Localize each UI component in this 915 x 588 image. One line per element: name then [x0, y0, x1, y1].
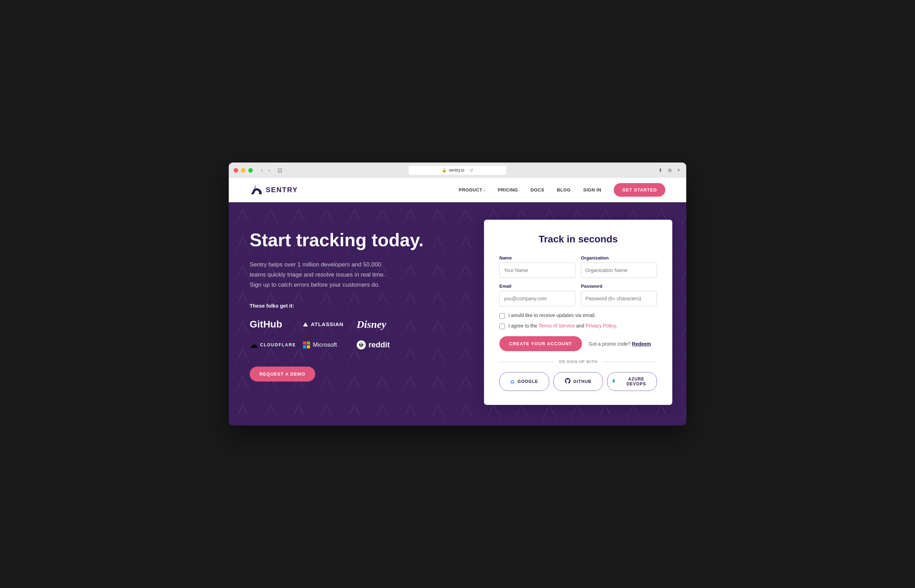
form-row-email-password: Email Password — [499, 284, 657, 306]
back-button[interactable]: ‹ — [259, 166, 265, 174]
get-started-button[interactable]: GET STARTED — [614, 183, 665, 197]
password-input[interactable] — [581, 291, 657, 306]
email-input[interactable] — [499, 291, 575, 306]
form-group-org: Organization — [581, 255, 657, 278]
azure-signin-button[interactable]: AZURE DEVOPS — [607, 372, 657, 391]
divider-line-left — [499, 362, 554, 362]
terms-link[interactable]: Terms of Service — [538, 323, 574, 328]
google-icon: G — [510, 379, 515, 384]
atlassian-triangle-icon — [303, 322, 308, 326]
hero-left: Start tracking today. Sentry helps over … — [229, 202, 470, 425]
org-label: Organization — [581, 255, 657, 260]
form-row-name-org: Name Organization — [499, 255, 657, 278]
form-title: Track in seconds — [499, 234, 657, 245]
reddit-icon: 👽 — [357, 340, 366, 349]
updates-checkbox-row[interactable]: I would like to receive updates via emai… — [499, 312, 657, 319]
refresh-icon[interactable]: ↺ — [470, 168, 473, 173]
logos-grid: GitHub ATLASSIAN Disney ☁ CLOUDFLARE — [250, 318, 410, 350]
atlassian-logo: ATLASSIAN — [303, 318, 357, 330]
divider-text: OR SIGN UP WITH — [559, 360, 598, 364]
forward-button[interactable]: › — [266, 166, 272, 174]
org-input[interactable] — [581, 263, 657, 278]
updates-label: I would like to receive updates via emai… — [508, 312, 596, 318]
updates-checkbox[interactable] — [499, 313, 505, 319]
nav-signin[interactable]: SIGN IN — [583, 187, 602, 192]
redeem-link[interactable]: Redeem — [632, 341, 651, 347]
microsoft-grid-icon — [303, 341, 310, 348]
divider: OR SIGN UP WITH — [499, 360, 657, 364]
privacy-link[interactable]: Privacy Policy — [586, 323, 616, 328]
nav-docs[interactable]: DOCS — [530, 187, 544, 192]
form-group-name: Name — [499, 255, 575, 278]
terms-checkbox-row: I agree to the Terms of Service and Priv… — [499, 323, 657, 329]
hero-logos-label: These folks get it: — [250, 303, 449, 309]
request-demo-button[interactable]: REQUEST A DEMO — [250, 367, 315, 381]
email-label: Email — [499, 284, 575, 289]
sidebar-toggle-button[interactable]: ⊡ — [278, 167, 282, 174]
nav-blog[interactable]: BLOG — [557, 187, 571, 192]
azure-icon — [611, 378, 616, 385]
form-group-password: Password — [581, 284, 657, 306]
social-buttons: G GOOGLE GITHUB — [499, 372, 657, 391]
share-button[interactable]: ⬆ — [657, 166, 663, 174]
microsoft-logo: Microsoft — [303, 340, 357, 350]
chevron-right-icon: › — [484, 188, 486, 192]
logo-link[interactable]: SENTRY — [250, 184, 298, 196]
url-text: sentry.io — [449, 168, 464, 173]
github-logo: GitHub — [250, 318, 303, 330]
github-signin-button[interactable]: GITHUB — [554, 372, 603, 391]
browser-window: ‹ › ⊡ 🔒 sentry.io ↺ ⬆ ⧉ + SENTRY PRODUCT… — [229, 163, 686, 425]
terms-text: I agree to the Terms of Service and Priv… — [508, 323, 617, 328]
address-bar[interactable]: 🔒 sentry.io ↺ — [409, 166, 506, 175]
maximize-window-button[interactable] — [248, 168, 253, 173]
form-actions: CREATE YOUR ACCOUNT Got a promo code? Re… — [499, 336, 657, 351]
name-label: Name — [499, 255, 575, 260]
github-icon — [565, 378, 570, 385]
browser-nav: ‹ › — [259, 166, 272, 174]
create-account-button[interactable]: CREATE YOUR ACCOUNT — [499, 336, 582, 351]
nav-product[interactable]: PRODUCT › — [459, 187, 486, 192]
minimize-window-button[interactable] — [241, 168, 245, 173]
hero-headline: Start tracking today. — [250, 230, 449, 250]
hero-section: Start tracking today. Sentry helps over … — [229, 202, 686, 425]
logo-text: SENTRY — [266, 186, 298, 194]
hero-right: Track in seconds Name Organization Email — [470, 202, 686, 425]
google-signin-button[interactable]: G GOOGLE — [499, 372, 549, 391]
lock-icon: 🔒 — [442, 168, 447, 173]
disney-logo: Disney — [357, 318, 410, 330]
nav-pricing[interactable]: PRICING — [498, 187, 518, 192]
reddit-logo: 👽 reddit — [357, 340, 410, 350]
nav-links: PRODUCT › PRICING DOCS BLOG SIGN IN GET … — [459, 183, 665, 197]
close-window-button[interactable] — [234, 168, 238, 173]
cloudflare-cloud-icon: ☁ — [250, 340, 258, 350]
titlebar: ‹ › ⊡ 🔒 sentry.io ↺ ⬆ ⧉ + — [229, 163, 686, 178]
name-input[interactable] — [499, 263, 575, 278]
hero-subtext: Sentry helps over 1 million developers a… — [250, 260, 396, 290]
form-checkboxes: I would like to receive updates via emai… — [499, 312, 657, 329]
form-group-email: Email — [499, 284, 575, 306]
sentry-logo-icon — [250, 184, 262, 196]
password-label: Password — [581, 284, 657, 289]
terms-checkbox[interactable] — [499, 324, 505, 329]
cloudflare-logo: ☁ CLOUDFLARE — [250, 340, 303, 350]
titlebar-actions: ⬆ ⧉ + — [657, 166, 681, 174]
new-tab-button[interactable]: ⧉ — [667, 166, 673, 174]
add-tab-button[interactable]: + — [676, 166, 681, 174]
promo-text: Got a promo code? Redeem — [589, 341, 651, 347]
navbar: SENTRY PRODUCT › PRICING DOCS BLOG SIGN … — [229, 178, 686, 202]
signup-form-card: Track in seconds Name Organization Email — [484, 220, 672, 405]
divider-line-right — [603, 362, 657, 362]
